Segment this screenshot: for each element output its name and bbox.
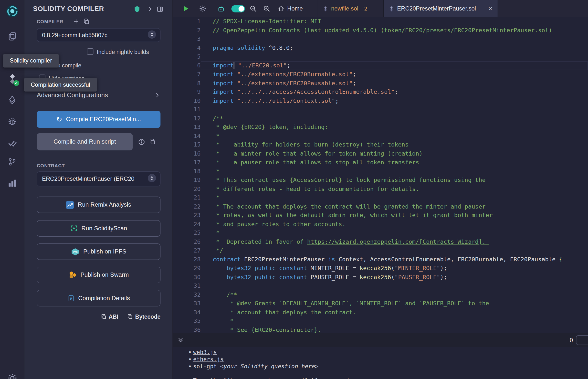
code-line-16[interactable]: 16 * - a minter role that allows for tok… [173, 149, 588, 158]
line-number: 5 [173, 52, 201, 61]
ai-copilot-toggle[interactable] [232, 5, 245, 12]
code-line-2[interactable]: 2// OpenZeppelin Contracts (last updated… [173, 26, 588, 35]
code-line-35[interactable]: 35 * [173, 317, 588, 326]
code-line-18[interactable]: 18 * [173, 167, 588, 176]
zoom-in-icon[interactable] [263, 5, 271, 14]
ipfs-icon: IPFS [71, 248, 79, 255]
copy-bytecode-button[interactable]: Bytecode [127, 314, 160, 320]
home-icon [278, 5, 284, 12]
tab-divider [272, 0, 272, 17]
code-editor[interactable]: 1// SPDX-License-Identifier: MIT2// Open… [173, 17, 588, 333]
tab-newfile[interactable]: newfile.sol 2 [318, 0, 372, 17]
publish-swarm-button[interactable]: Publish on Swarm [37, 267, 160, 283]
file-explorer-icon[interactable] [0, 32, 24, 41]
solidity-compiler-icon[interactable]: ✓ [0, 74, 24, 84]
advanced-configurations[interactable]: Advanced Configurations [37, 92, 108, 99]
terminal-line: Type the library name to see available c… [188, 377, 588, 379]
terminal[interactable]: •web3.js•ethers.js•sol-gpt <your Solidit… [173, 347, 588, 379]
code-line-12[interactable]: 12/** [173, 114, 588, 123]
code-line-14[interactable]: 14 * [173, 132, 588, 141]
deploy-run-icon[interactable] [0, 95, 24, 105]
line-number: 3 [173, 35, 201, 44]
add-compiler-icon[interactable] [73, 18, 79, 26]
line-number: 26 [173, 237, 201, 246]
terminal-link[interactable]: web3.js [193, 349, 217, 356]
code-line-17[interactable]: 17 * - a pauser role that allows to stop… [173, 158, 588, 167]
line-number: 8 [173, 79, 201, 88]
include-nightly-checkbox[interactable] [87, 48, 93, 55]
terminal-search-input[interactable] [576, 335, 588, 345]
code-line-23[interactable]: 23 * roles, as well as the default admin… [173, 211, 588, 220]
advanced-chevron-icon[interactable] [154, 92, 160, 100]
spacer [188, 377, 193, 379]
code-line-9[interactable]: 9import "../../../access/AccessControlEn… [173, 88, 588, 96]
chevron-right-icon[interactable] [147, 6, 153, 14]
compile-button[interactable]: ↻ Compile ERC20PresetMin... [37, 111, 160, 128]
line-number: 29 [173, 264, 201, 273]
info-icon[interactable] [138, 139, 145, 147]
code-line-29[interactable]: 29 bytes32 public constant MINTER_ROLE =… [173, 264, 588, 273]
code-line-24[interactable]: 24 * and pauser roles to other accounts. [173, 220, 588, 229]
terminal-listen-badge: 0 [570, 337, 573, 344]
code-line-28[interactable]: 28contract ERC20PresetMinterPauser is Co… [173, 255, 588, 264]
contract-select-value: ERC20PresetMinterPauser (ERC20 [42, 175, 147, 182]
code-line-36[interactable]: 36 * See {ERC20-constructor}. [173, 326, 588, 333]
compiler-version-select[interactable]: 0.8.29+commit.ab55807c [37, 28, 160, 42]
code-line-8[interactable]: 8import "../extensions/ERC20Pausable.sol… [173, 79, 588, 88]
copy-abi-button[interactable]: ABI [101, 314, 118, 320]
code-line-7[interactable]: 7import "../extensions/ERC20Burnable.sol… [173, 70, 588, 79]
code-line-6[interactable]: 6import "../ERC20.sol"; [173, 61, 588, 70]
run-solidityscan-button[interactable]: Run SolidityScan [37, 220, 160, 237]
copy-script-icon[interactable] [149, 139, 156, 147]
code-line-33[interactable]: 33 * @dev Grants `DEFAULT_ADMIN_ROLE`, `… [173, 299, 588, 308]
code-line-30[interactable]: 30 bytes32 public constant PAUSER_ROLE =… [173, 273, 588, 282]
code-line-20[interactable]: 20 * different roles - head to its docum… [173, 185, 588, 193]
tab-home[interactable]: Home [274, 0, 308, 17]
script-config-gear-icon[interactable] [199, 5, 207, 14]
run-remix-analysis-button[interactable]: Run Remix Analysis [37, 197, 160, 213]
code-line-11[interactable]: 11 [173, 106, 588, 114]
debugger-icon[interactable] [0, 117, 24, 126]
line-number: 24 [173, 220, 201, 229]
code-line-4[interactable]: 4pragma solidity ^0.8.0; [173, 44, 588, 52]
close-tab-icon[interactable]: × [488, 5, 492, 12]
settings-gear-icon[interactable] [0, 373, 24, 379]
compile-and-run-button[interactable]: Compile and Run script [37, 133, 133, 150]
publish-ipfs-button[interactable]: IPFS Publish on IPFS [37, 243, 160, 260]
split-view-icon[interactable] [156, 6, 163, 14]
code-line-26[interactable]: 26 * _Deprecated in favor of https://wiz… [173, 237, 588, 246]
remix-ide-app: ✓ SOLIDITY COMPILER COM [0, 0, 588, 379]
analysis-chart-icon [66, 201, 74, 208]
tab-active-erc20presetminterpauser[interactable]: ERC20PresetMinterPauser.sol × [384, 0, 498, 17]
terminal-collapse-icon[interactable] [177, 337, 184, 343]
code-line-32[interactable]: 32 /** [173, 290, 588, 299]
code-line-21[interactable]: 21 * [173, 193, 588, 202]
terminal-link[interactable]: ethers.js [193, 356, 224, 363]
remix-logo-icon[interactable] [0, 4, 24, 18]
code-line-27[interactable]: 27 */ [173, 246, 588, 255]
plugin-manager-icon[interactable] [0, 178, 24, 188]
copy-version-icon[interactable] [83, 18, 90, 26]
code-line-31[interactable]: 31 [173, 282, 588, 290]
code-line-34[interactable]: 34 * account that deploys the contract. [173, 308, 588, 317]
terminal-bar: 0 [173, 333, 588, 347]
shield-icon[interactable] [134, 6, 141, 14]
ai-assistant-robot-icon[interactable] [217, 5, 225, 14]
code-line-5[interactable]: 5 [173, 52, 588, 61]
code-line-10[interactable]: 10import "../../../utils/Context.sol"; [173, 96, 588, 105]
line-number: 25 [173, 229, 201, 237]
code-line-3[interactable]: 3 [173, 35, 588, 44]
code-line-1[interactable]: 1// SPDX-License-Identifier: MIT [173, 17, 588, 26]
code-line-15[interactable]: 15 * - ability for holders to burn (dest… [173, 141, 588, 149]
code-line-25[interactable]: 25 * [173, 229, 588, 237]
compilation-details-button[interactable]: Compilation Details [37, 290, 160, 306]
git-icon[interactable] [0, 157, 24, 166]
code-line-19[interactable]: 19 * This contract uses {AccessControl} … [173, 176, 588, 185]
run-script-play-icon[interactable] [182, 5, 189, 14]
code-line-22[interactable]: 22 * The account that deploys the contra… [173, 203, 588, 211]
code-line-13[interactable]: 13 * @dev {ERC20} token, including: [173, 123, 588, 132]
unit-testing-icon[interactable] [0, 138, 24, 148]
contract-select[interactable]: ERC20PresetMinterPauser (ERC20 [37, 172, 160, 186]
zoom-out-icon[interactable] [249, 5, 257, 14]
line-number: 13 [173, 123, 201, 132]
